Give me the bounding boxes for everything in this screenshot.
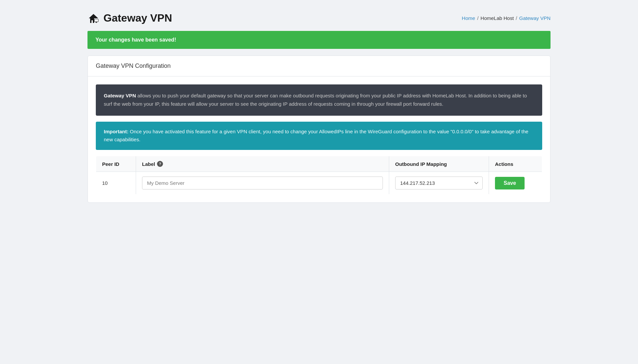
info-dark-bold: Gateway VPN	[104, 93, 136, 98]
card-title: Gateway VPN Configuration	[96, 62, 542, 69]
info-dark-text: allows you to push your default gateway …	[104, 93, 527, 107]
save-button[interactable]: Save	[495, 177, 525, 189]
page-title: Gateway VPN	[103, 12, 172, 24]
breadcrumb-sep2: /	[516, 15, 517, 21]
peer-id-value: 10	[102, 180, 108, 186]
table-header-row: Peer ID Label ? Outbound IP Mapping Acti…	[96, 156, 542, 172]
page-icon	[87, 12, 99, 24]
label-input[interactable]	[142, 177, 383, 189]
breadcrumb-current[interactable]: Gateway VPN	[519, 15, 551, 21]
breadcrumb-middle: HomeLab Host	[481, 15, 514, 21]
ip-cell: 144.217.52.213	[389, 172, 489, 194]
svg-rect-5	[95, 22, 97, 23]
card-header: Gateway VPN Configuration	[88, 56, 550, 76]
table-row: 10 144.217.52.213 Save	[96, 172, 542, 194]
svg-rect-2	[91, 20, 93, 23]
col-header-actions: Actions	[489, 156, 542, 172]
svg-rect-6	[96, 22, 97, 23]
breadcrumb: Home / HomeLab Host / Gateway VPN	[462, 15, 551, 21]
title-area: Gateway VPN	[87, 12, 172, 24]
label-cell	[136, 172, 389, 194]
success-message: Your changes have been saved!	[95, 37, 176, 43]
breadcrumb-home[interactable]: Home	[462, 15, 475, 21]
info-box-teal: Important: Once you have activated this …	[96, 122, 542, 150]
col-header-label: Label ?	[136, 156, 389, 172]
info-teal-text: Once you have activated this feature for…	[104, 129, 528, 143]
success-banner: Your changes have been saved!	[87, 31, 551, 49]
vpn-table: Peer ID Label ? Outbound IP Mapping Acti…	[96, 156, 542, 194]
breadcrumb-sep1: /	[477, 15, 478, 21]
svg-rect-4	[94, 19, 98, 22]
page-header: Gateway VPN Home / HomeLab Host / Gatewa…	[87, 7, 551, 31]
ip-select[interactable]: 144.217.52.213	[395, 177, 483, 189]
main-card: Gateway VPN Configuration Gateway VPN al…	[87, 56, 551, 203]
label-col-text: Label	[142, 161, 155, 167]
label-help-icon[interactable]: ?	[157, 161, 163, 167]
info-box-dark: Gateway VPN allows you to push your defa…	[96, 84, 542, 116]
col-header-ip: Outbound IP Mapping	[389, 156, 489, 172]
card-body: Gateway VPN allows you to push your defa…	[88, 76, 550, 202]
col-header-peer-id: Peer ID	[96, 156, 136, 172]
svg-marker-0	[89, 14, 98, 18]
peer-id-cell: 10	[96, 172, 136, 194]
info-teal-bold: Important:	[104, 129, 128, 134]
actions-cell: Save	[489, 172, 542, 194]
